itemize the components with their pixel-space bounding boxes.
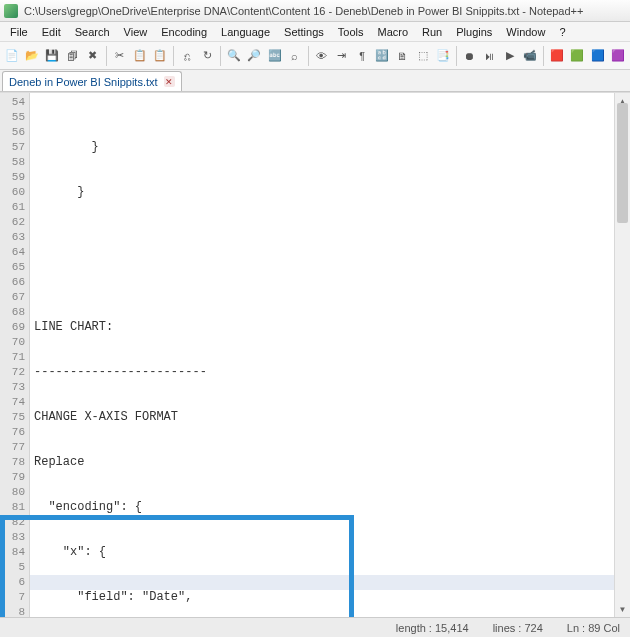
close-icon[interactable]: ✖ <box>84 46 102 66</box>
menu-edit[interactable]: Edit <box>36 24 67 40</box>
menu-view[interactable]: View <box>118 24 154 40</box>
green-marker-icon[interactable]: 🟩 <box>568 46 586 66</box>
line-number-gutter: 5455565758596061626364656667686970717273… <box>0 93 30 617</box>
menu-bar: File Edit Search View Encoding Language … <box>0 22 630 42</box>
status-lines: lines : 724 <box>493 622 543 634</box>
menu-settings[interactable]: Settings <box>278 24 330 40</box>
play-macro-icon[interactable]: ⏯ <box>481 46 499 66</box>
tab-close-icon[interactable]: ✕ <box>164 76 175 87</box>
app-icon <box>4 4 18 18</box>
menu-encoding[interactable]: Encoding <box>155 24 213 40</box>
menu-window[interactable]: Window <box>500 24 551 40</box>
run-macro-icon[interactable]: ▶ <box>501 46 519 66</box>
paste-icon[interactable]: 📋 <box>151 46 169 66</box>
find-next-icon[interactable]: ⌕ <box>286 46 304 66</box>
status-bar: length : 15,414 lines : 724 Ln : 89 Col <box>0 617 630 637</box>
record-macro-icon[interactable]: ⏺ <box>461 46 479 66</box>
status-length: length : 15,414 <box>396 622 469 634</box>
function-list-icon[interactable]: ⬚ <box>414 46 432 66</box>
indent-icon[interactable]: ⇥ <box>333 46 351 66</box>
show-symbols-icon[interactable]: ¶ <box>353 46 371 66</box>
goto-icon[interactable]: 🔤 <box>266 46 284 66</box>
save-icon[interactable]: 💾 <box>43 46 61 66</box>
save-macro-icon[interactable]: 📹 <box>521 46 539 66</box>
zoom-icon[interactable]: 👁 <box>313 46 331 66</box>
open-file-icon[interactable]: 📂 <box>23 46 41 66</box>
tab-bar: Deneb in Power BI Snippits.txt ✕ <box>0 70 630 92</box>
menu-search[interactable]: Search <box>69 24 116 40</box>
scrollbar-thumb[interactable] <box>617 103 628 223</box>
status-position: Ln : 89 Col <box>567 622 620 634</box>
window-titlebar: C:\Users\gregp\OneDrive\Enterprise DNA\C… <box>0 0 630 22</box>
menu-run[interactable]: Run <box>416 24 448 40</box>
menu-plugins[interactable]: Plugins <box>450 24 498 40</box>
window-title: C:\Users\gregp\OneDrive\Enterprise DNA\C… <box>24 5 583 17</box>
toolbar-separator <box>220 46 221 66</box>
doc-map-icon[interactable]: 🗎 <box>393 46 411 66</box>
copy-icon[interactable]: 📋 <box>131 46 149 66</box>
save-all-icon[interactable]: 🗐 <box>63 46 81 66</box>
new-file-icon[interactable]: 📄 <box>3 46 21 66</box>
wrap-icon[interactable]: 🔡 <box>373 46 391 66</box>
purple-marker-icon[interactable]: 🟪 <box>609 46 627 66</box>
toolbar-separator <box>543 46 544 66</box>
code-content[interactable]: } } LINE CHART: ------------------------… <box>30 93 630 617</box>
find-replace-icon[interactable]: 🔎 <box>245 46 263 66</box>
redo-icon[interactable]: ↻ <box>198 46 216 66</box>
folder-icon[interactable]: 📑 <box>434 46 452 66</box>
editor-area[interactable]: 5455565758596061626364656667686970717273… <box>0 92 630 617</box>
toolbar-separator <box>106 46 107 66</box>
menu-tools[interactable]: Tools <box>332 24 370 40</box>
menu-file[interactable]: File <box>4 24 34 40</box>
cut-icon[interactable]: ✂ <box>111 46 129 66</box>
undo-icon[interactable]: ⎌ <box>178 46 196 66</box>
red-marker-icon[interactable]: 🟥 <box>548 46 566 66</box>
toolbar-separator <box>308 46 309 66</box>
scroll-down-icon[interactable]: ▼ <box>615 601 630 617</box>
vertical-scrollbar[interactable]: ▲ ▼ <box>614 93 630 617</box>
menu-help[interactable]: ? <box>553 24 571 40</box>
tab-label: Deneb in Power BI Snippits.txt <box>9 76 158 88</box>
search-icon[interactable]: 🔍 <box>225 46 243 66</box>
menu-language[interactable]: Language <box>215 24 276 40</box>
blue-marker-icon[interactable]: 🟦 <box>589 46 607 66</box>
toolbar-separator <box>456 46 457 66</box>
menu-macro[interactable]: Macro <box>371 24 414 40</box>
toolbar: 📄 📂 💾 🗐 ✖ ✂ 📋 📋 ⎌ ↻ 🔍 🔎 🔤 ⌕ 👁 ⇥ ¶ 🔡 🗎 ⬚ … <box>0 42 630 70</box>
toolbar-separator <box>173 46 174 66</box>
file-tab[interactable]: Deneb in Power BI Snippits.txt ✕ <box>2 71 182 91</box>
